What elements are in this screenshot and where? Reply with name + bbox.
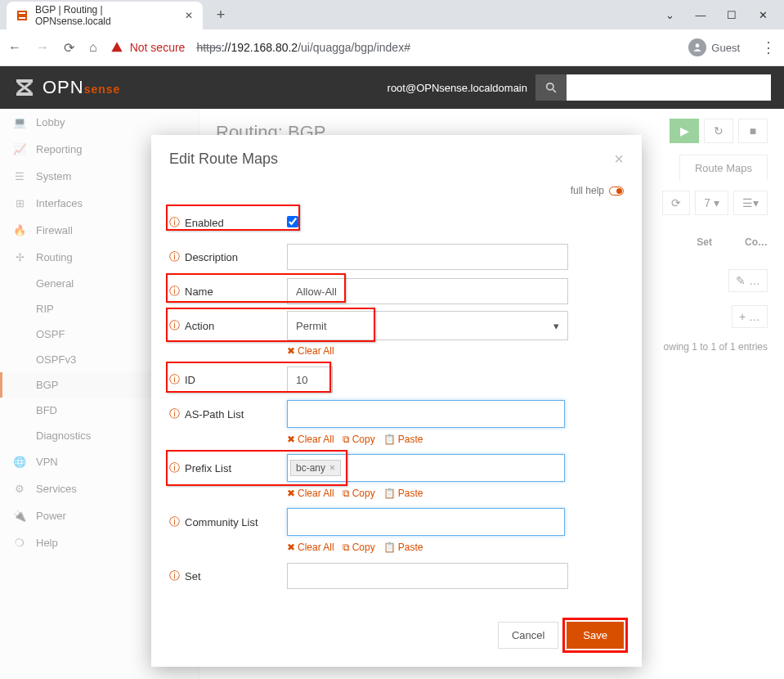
fire-icon: 🔥 (13, 224, 26, 236)
svg-point-3 (696, 43, 700, 47)
svg-rect-1 (19, 12, 25, 14)
browser-address-bar: ← → ⟳ ⌂ Not secure https://192.168.80.2/… (0, 29, 784, 65)
sitemap-icon: ⊞ (13, 197, 26, 209)
label-name: Name (185, 286, 213, 298)
kebab-menu-icon[interactable]: ⋮ (761, 38, 776, 56)
label-aspath: AS-Path List (185, 408, 244, 420)
modal-close-icon[interactable]: × (614, 150, 624, 169)
description-input[interactable] (287, 244, 568, 270)
info-icon[interactable]: ⓘ (169, 569, 180, 583)
paste-link[interactable]: 📋 Paste (383, 434, 423, 445)
clear-all-link[interactable]: ✖ Clear All (287, 434, 334, 445)
community-list-input[interactable] (287, 508, 565, 536)
label-id: ID (185, 374, 195, 386)
tasks-icon: ☰ (13, 170, 26, 182)
pagesize-dropdown[interactable]: 7▾ (695, 191, 728, 215)
svg-point-6 (547, 83, 553, 90)
id-input[interactable] (287, 366, 333, 393)
nav-home-icon[interactable]: ⌂ (89, 40, 97, 56)
cancel-button[interactable]: Cancel (498, 622, 558, 649)
col-set: Set (697, 236, 712, 248)
label-action: Action (185, 320, 214, 332)
tab-close-icon[interactable]: ✕ (185, 10, 193, 21)
action-dropdown[interactable]: Permit▾ (287, 311, 568, 340)
info-icon[interactable]: ⓘ (169, 515, 180, 529)
nav-forward-icon: → (36, 40, 49, 56)
search-button[interactable] (535, 74, 567, 101)
label-set: Set (185, 570, 201, 582)
add-row-button[interactable]: + … (732, 305, 768, 328)
logo[interactable]: OPNsense (13, 76, 120, 99)
tab-route-maps[interactable]: Route Maps (679, 155, 768, 181)
arrows-icon: ✢ (13, 251, 26, 263)
nav-reload-icon[interactable]: ⟳ (64, 40, 74, 56)
col-commands: Co… (745, 236, 768, 248)
sidebar-item-lobby[interactable]: 💻Lobby (0, 109, 199, 136)
prefix-list-input[interactable]: bc-any× (287, 454, 565, 482)
search-input[interactable] (567, 74, 771, 101)
globe-icon: 🌐 (13, 456, 26, 468)
svg-rect-0 (17, 11, 27, 20)
chevron-down-icon[interactable]: ⌄ (663, 9, 676, 21)
label-enabled: Enabled (185, 217, 224, 229)
avatar-icon (688, 38, 706, 56)
info-icon[interactable]: ⓘ (169, 318, 180, 333)
info-icon[interactable]: ⓘ (169, 250, 180, 264)
lifebuoy-icon: ❍ (13, 537, 26, 549)
window-close-icon[interactable]: ✕ (756, 9, 769, 21)
label-community: Community List (185, 516, 258, 528)
caret-down-icon: ▾ (553, 320, 559, 332)
tab-title: BGP | Routing | OPNsense.locald (35, 4, 172, 27)
insecure-warning[interactable]: Not secure (110, 41, 186, 54)
enabled-checkbox[interactable] (287, 216, 298, 227)
info-icon[interactable]: ⓘ (169, 215, 180, 230)
info-icon[interactable]: ⓘ (169, 407, 180, 421)
set-input[interactable] (287, 563, 568, 589)
toggle-icon (609, 187, 624, 196)
stop-button[interactable]: ■ (738, 119, 768, 143)
full-help-toggle[interactable]: full help (169, 178, 624, 208)
svg-line-7 (553, 89, 556, 92)
name-input[interactable] (287, 278, 568, 304)
edit-route-maps-modal: Edit Route Maps × full help ⓘEnabled ⓘDe… (151, 135, 642, 667)
showing-text: owing 1 to 1 of 1 entries (664, 341, 768, 353)
nav-back-icon[interactable]: ← (8, 40, 21, 56)
tab-favicon (16, 9, 29, 22)
plug-icon: 🔌 (13, 510, 26, 522)
app-header: OPNsense root@OPNsense.localdomain (0, 66, 784, 109)
info-icon[interactable]: ⓘ (169, 461, 180, 475)
remove-tag-icon[interactable]: × (329, 462, 335, 474)
aspath-list-input[interactable] (287, 400, 565, 428)
clear-all-link[interactable]: ✖ Clear All (287, 542, 334, 553)
info-icon[interactable]: ⓘ (169, 284, 180, 299)
clear-all-link[interactable]: ✖ Clear All (287, 488, 334, 499)
clear-all-link[interactable]: ✖ Clear All (287, 345, 334, 357)
paste-link[interactable]: 📋 Paste (383, 542, 423, 553)
play-button[interactable]: ▶ (670, 119, 699, 143)
current-user[interactable]: root@OPNsense.localdomain (388, 82, 527, 94)
columns-dropdown[interactable]: ☰▾ (733, 191, 768, 215)
modal-title: Edit Route Maps (169, 151, 278, 168)
info-icon[interactable]: ⓘ (169, 372, 180, 387)
new-tab-button[interactable]: + (209, 3, 232, 26)
paste-link[interactable]: 📋 Paste (383, 488, 423, 499)
guest-profile[interactable]: Guest (688, 38, 740, 56)
window-minimize-icon[interactable]: — (694, 9, 707, 21)
save-button[interactable]: Save (567, 622, 624, 649)
refresh-button[interactable]: ⟳ (662, 191, 690, 215)
copy-link[interactable]: ⧉ Copy (343, 488, 375, 499)
url-text[interactable]: https://192.168.80.2/ui/quagga/bgp/index… (196, 41, 410, 54)
browser-tab[interactable]: BGP | Routing | OPNsense.locald ✕ (7, 2, 203, 29)
browser-titlebar: BGP | Routing | OPNsense.locald ✕ + ⌄ — … (0, 0, 784, 29)
window-maximize-icon[interactable]: ☐ (725, 9, 738, 21)
svg-rect-2 (19, 17, 25, 19)
restart-button[interactable]: ↻ (704, 119, 733, 143)
edit-row-button[interactable]: ✎ … (728, 269, 768, 292)
label-prefix: Prefix List (185, 462, 231, 474)
chart-icon: 📈 (13, 143, 26, 155)
laptop-icon: 💻 (13, 116, 26, 128)
copy-link[interactable]: ⧉ Copy (343, 542, 375, 553)
label-description: Description (185, 251, 238, 263)
gear-icon: ⚙ (13, 483, 26, 495)
copy-link[interactable]: ⧉ Copy (343, 434, 375, 445)
